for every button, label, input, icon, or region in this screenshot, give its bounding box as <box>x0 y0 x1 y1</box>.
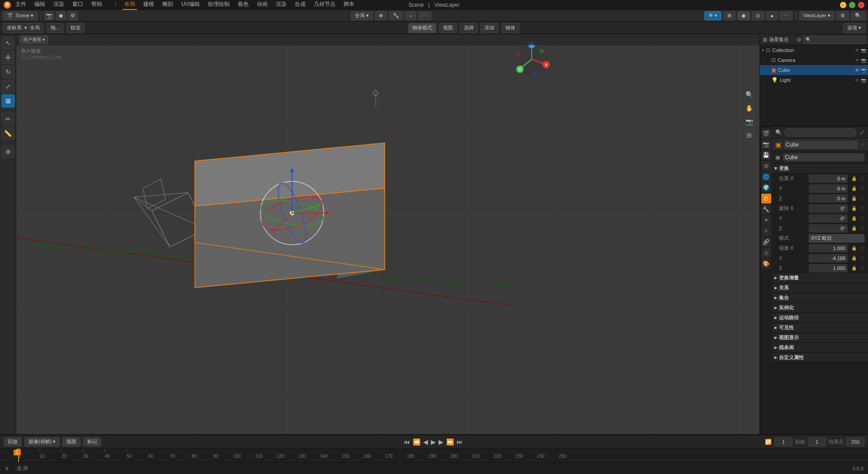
prop-icon-material[interactable]: 🎨 <box>761 259 771 269</box>
tl-play-btn[interactable]: ▶ <box>431 438 436 446</box>
prop-icon-data[interactable]: ◎ <box>761 248 771 258</box>
scale-x-value[interactable]: 1.000 <box>809 244 848 252</box>
rotation-y-value[interactable]: 0° <box>809 214 848 223</box>
location-z-lock[interactable]: 🔒 <box>851 196 857 201</box>
ws-shading[interactable]: 着色 <box>236 0 250 10</box>
scale-y-value[interactable]: -4.168 <box>809 254 848 262</box>
menu-help[interactable]: 帮助 <box>90 0 104 10</box>
location-x-value[interactable]: 0 m <box>809 175 848 183</box>
rotation-x-lock[interactable]: 🔒 <box>851 206 857 211</box>
scale-z-anim[interactable]: ⬡ <box>860 265 864 270</box>
rotation-x-value[interactable]: 0° <box>809 204 848 213</box>
viewlayer-selector[interactable]: ViewLayer ▾ <box>799 11 835 20</box>
tl-end-btn[interactable]: ⏭ <box>457 438 463 446</box>
camera-view-icon[interactable]: 📷 <box>743 116 755 128</box>
object-mode[interactable]: 物体模式 <box>408 23 436 33</box>
tool-move[interactable]: ✛ <box>1 51 15 64</box>
ws-uv[interactable]: UV编辑 <box>179 0 202 10</box>
tl-begin-btn[interactable]: ⏮ <box>404 438 410 446</box>
prop-icon-constraints[interactable]: 🔗 <box>761 237 771 247</box>
scale-y-lock[interactable]: 🔒 <box>851 256 857 261</box>
view-select[interactable]: 用户透视 ▾ <box>20 36 48 44</box>
prop-dataname-label[interactable]: Cube <box>783 153 864 161</box>
scene-selector[interactable]: 🎬 Scene ▾ <box>3 11 38 20</box>
gizmo-btn[interactable]: ⊞ <box>723 11 736 20</box>
prop-icon-scene[interactable]: 🎬 <box>761 128 771 138</box>
add-menu[interactable]: 添加 <box>481 23 499 33</box>
tool-scale[interactable]: ⤢ <box>1 80 15 93</box>
menu-render[interactable]: 渲染 <box>52 0 66 10</box>
tool-transform[interactable]: ⊞ <box>1 94 15 108</box>
drag-mode[interactable]: 拖... <box>47 23 64 33</box>
prop-icon-render[interactable]: 📷 <box>761 139 771 149</box>
tool-add[interactable]: ⊕ <box>1 145 15 158</box>
location-z-value[interactable]: 0 m <box>809 194 848 203</box>
tl-start-frame[interactable] <box>808 437 826 446</box>
prop-icon-view-layer[interactable]: ⊞ <box>761 161 771 171</box>
instancing-header[interactable]: ▸ 实例化 <box>772 303 868 313</box>
prop-expand-icon[interactable]: ⤢ <box>860 129 864 136</box>
prop-icon-modifier[interactable]: 🔧 <box>761 204 771 214</box>
tl-prev-frame-btn[interactable]: ◀ <box>423 438 428 446</box>
outliner-item-collection[interactable]: ▾ ⊡ Collection 👁 📷 <box>760 45 868 55</box>
ws-sculpt[interactable]: 雕刻 <box>160 0 175 10</box>
snap-btn[interactable]: 🔧 <box>389 11 403 20</box>
prop-icon-world[interactable]: 🌍 <box>761 183 771 193</box>
tl-current-frame[interactable] <box>774 437 793 446</box>
prop-icon-output[interactable]: 💾 <box>761 150 771 160</box>
view-3d-options[interactable]: ⋯ <box>779 11 793 20</box>
rotation-y-lock[interactable]: 🔒 <box>851 216 857 221</box>
viewport-shading-btn[interactable]: ◉ <box>56 11 66 20</box>
collection-eye-icon[interactable]: 👁 <box>855 48 859 53</box>
outliner-search[interactable]: 🔍 <box>851 11 865 20</box>
collections-header[interactable]: ▸ 集合 <box>772 293 868 303</box>
rotation-mode-dropdown[interactable]: XYZ 欧拉 <box>809 234 864 242</box>
prop-icon-object[interactable]: ⊡ <box>761 194 771 204</box>
overlay-btn[interactable]: 👁 ▾ <box>704 11 722 20</box>
camera-eye-icon[interactable]: 👁 <box>855 58 859 63</box>
view-menu[interactable]: 视图 <box>439 23 457 33</box>
ws-layout[interactable]: 布局 <box>123 0 137 10</box>
prop-search-input[interactable] <box>784 128 856 137</box>
menu-window[interactable]: 窗口 <box>71 0 85 10</box>
tool-cursor[interactable]: ↖ <box>1 36 15 50</box>
coord-system[interactable]: 坐标系: ▾ 全局 <box>3 23 44 33</box>
rotation-z-value[interactable]: 0° <box>809 224 848 232</box>
select-mode[interactable]: 框选 <box>66 23 85 33</box>
menu-file[interactable]: 文件 <box>14 0 28 10</box>
line-art-header[interactable]: ▸ 线条画 <box>772 343 868 353</box>
prop-icon-scene2[interactable]: 🌐 <box>761 172 771 182</box>
cube-eye-icon[interactable]: 👁 <box>855 68 859 73</box>
prop-edit-btn[interactable]: ○ <box>405 11 416 20</box>
tool-rotate[interactable]: ↻ <box>1 65 15 79</box>
tl-next-frame-btn[interactable]: ▶ <box>439 438 443 446</box>
tool-measure[interactable]: 📏 <box>1 127 15 140</box>
light-render-icon[interactable]: 📷 <box>861 78 866 83</box>
relations-header[interactable]: ▸ 关系 <box>772 283 868 293</box>
tl-mode-playback[interactable]: 回放 <box>4 437 22 446</box>
scale-y-anim[interactable]: ⬡ <box>860 256 864 261</box>
location-x-lock[interactable]: 🔒 <box>851 176 857 181</box>
delta-transform-header[interactable]: ▸ 变换增量 <box>772 273 868 283</box>
ws-compositing[interactable]: 合成 <box>293 0 307 10</box>
tl-end-frame[interactable] <box>846 437 864 446</box>
collection-render-icon[interactable]: 📷 <box>861 48 866 53</box>
viewport-canvas[interactable]: Z X Y 🔍 <box>16 34 760 434</box>
minimize-button[interactable]: − <box>840 2 846 8</box>
light-eye-icon[interactable]: 👁 <box>855 78 859 83</box>
scale-x-lock[interactable]: 🔒 <box>851 246 857 251</box>
motion-paths-header[interactable]: ▸ 运动路径 <box>772 313 868 323</box>
tl-markers[interactable]: 标记 <box>83 437 101 446</box>
viewport[interactable]: 用户透视 ▾ 用户透视 (1) Collection | Cube <box>16 34 760 434</box>
scale-x-anim[interactable]: ⬡ <box>860 246 864 251</box>
prop-icon-particles[interactable]: ✦ <box>761 215 771 225</box>
rotation-y-anim[interactable]: ⬡ <box>860 216 864 221</box>
rotation-z-anim[interactable]: ⬡ <box>860 226 864 231</box>
outliner-item-camera[interactable]: ▸ ⊡ Camera 👁 📷 <box>760 55 868 65</box>
location-x-anim[interactable]: ⬡ <box>860 176 864 181</box>
tl-mode-camera[interactable]: 摄像(插帧) ▾ <box>24 437 60 446</box>
ws-animation[interactable]: 动画 <box>255 0 269 10</box>
rotation-z-lock[interactable]: 🔒 <box>851 226 857 231</box>
tl-next-btn[interactable]: ⏩ <box>446 438 454 446</box>
zoom-in-icon[interactable]: 🔍 <box>743 89 755 100</box>
